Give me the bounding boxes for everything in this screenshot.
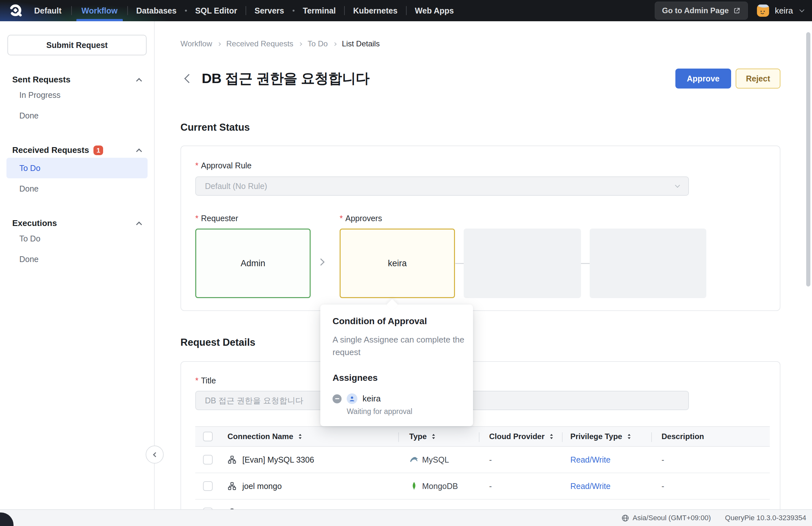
go-to-admin-page-button[interactable]: Go to Admin Page	[655, 2, 748, 20]
chevron-left-icon	[184, 74, 193, 83]
section-title: Received Requests	[12, 145, 89, 155]
title-actions: Approve Reject	[676, 69, 780, 89]
column-header-description: Description	[651, 432, 770, 441]
approver-placeholder-box	[464, 228, 581, 298]
connection-name[interactable]: joel mongo	[242, 482, 281, 491]
approver-name: keira	[388, 258, 407, 269]
description-value: -	[662, 455, 664, 465]
timezone-label: Asia/Seoul (GMT+09:00)	[633, 514, 711, 522]
nav-tab-sql-editor[interactable]: SQL Editor	[187, 0, 246, 21]
required-mark: *	[195, 161, 199, 170]
nav-tab-databases[interactable]: Databases	[128, 0, 185, 21]
approval-rule-select[interactable]: Default (No Rule)	[195, 176, 689, 196]
sidebar-item-executions-done[interactable]: Done	[0, 249, 154, 269]
nav-tab-kubernetes[interactable]: Kubernetes	[345, 0, 406, 21]
external-link-icon	[734, 7, 740, 14]
nav-left-group: Default Workflow Databases SQL Editor Se…	[0, 0, 462, 21]
assignee-status: Waiting for approval	[347, 407, 461, 416]
column-header-type[interactable]: Type	[398, 432, 479, 441]
assignee-row: keira	[333, 393, 461, 404]
nav-tab-servers[interactable]: Servers	[246, 0, 293, 21]
requester-name: Admin	[241, 258, 265, 269]
required-mark: *	[195, 376, 199, 385]
cloud-provider-value: -	[489, 455, 492, 465]
request-details-card: *Title DB 접근 권한을 요청합니다 Connection Name T…	[180, 361, 780, 526]
approve-button[interactable]: Approve	[676, 69, 731, 89]
page-title: DB 접근 권한을 요청합니다	[202, 69, 369, 88]
chevron-down-icon	[675, 182, 680, 188]
table-header-row: Connection Name Type Cloud Provider Priv…	[195, 426, 770, 447]
nav-tab-terminal[interactable]: Terminal	[294, 0, 344, 21]
sidebar-item-sent-in-progress[interactable]: In Progress	[0, 85, 154, 105]
column-header-cloud-provider[interactable]: Cloud Provider	[479, 432, 562, 441]
title-value: DB 접근 권한을 요청합니다	[205, 395, 304, 406]
select-all-checkbox[interactable]	[203, 432, 213, 441]
sidebar-item-received-done[interactable]: Done	[0, 178, 154, 199]
section-title: Executions	[12, 218, 57, 228]
sidebar-section-executions[interactable]: Executions	[0, 218, 154, 228]
nav-right-group: Go to Admin Page keira	[655, 2, 812, 20]
popover-title: Condition of Approval	[333, 316, 461, 327]
requester-box: Admin	[195, 228, 310, 298]
top-nav: Default Workflow Databases SQL Editor Se…	[0, 0, 812, 21]
breadcrumb-to-do[interactable]: To Do	[307, 39, 328, 48]
header-divider	[651, 432, 652, 442]
main-content: Workflow Received Requests To Do List De…	[155, 21, 812, 526]
connection-name[interactable]: [Evan] MySQL 3306	[242, 455, 314, 465]
sidebar-item-sent-done[interactable]: Done	[0, 105, 154, 126]
waiting-status-icon	[333, 394, 342, 403]
approval-rule-value: Default (No Rule)	[205, 182, 267, 191]
approval-rule-label: *Approval Rule	[195, 161, 252, 170]
approval-condition-popover: Condition of Approval A single Assignee …	[320, 304, 473, 426]
user-name: keira	[775, 6, 793, 16]
approver-box-keira[interactable]: keira	[339, 228, 455, 298]
breadcrumb-received-requests[interactable]: Received Requests	[226, 39, 293, 48]
sidebar-item-executions-todo[interactable]: To Do	[0, 228, 154, 249]
breadcrumb-separator-icon	[333, 42, 336, 46]
current-status-heading: Current Status	[180, 122, 250, 133]
row-checkbox[interactable]	[203, 481, 213, 491]
user-menu[interactable]: keira	[756, 4, 803, 17]
approver-placeholder-box	[590, 228, 706, 298]
page-title-row: DB 접근 권한을 요청합니다 Approve Reject	[186, 67, 780, 90]
nav-tab-web-apps[interactable]: Web Apps	[407, 0, 462, 21]
table-row: joel mongo MongoDB - Read/Write -	[195, 473, 770, 500]
person-icon	[347, 393, 357, 404]
column-header-connection-name[interactable]: Connection Name	[220, 432, 398, 441]
header-divider	[479, 432, 479, 442]
nav-tab-workflow[interactable]: Workflow	[72, 0, 127, 21]
popover-description: A single Assignee can complete the reque…	[333, 333, 471, 359]
breadcrumb-separator-icon	[299, 42, 302, 46]
breadcrumb: Workflow Received Requests To Do List De…	[180, 39, 380, 48]
vertical-scrollbar[interactable]	[806, 32, 810, 286]
connection-hierarchy-icon	[228, 482, 236, 491]
flow-connector-line	[581, 263, 590, 264]
column-header-privilege-type[interactable]: Privilege Type	[562, 432, 651, 441]
privilege-link[interactable]: Read/Write	[570, 455, 611, 465]
flow-connector-line	[455, 263, 464, 264]
querypie-logo-icon[interactable]	[9, 3, 23, 18]
sidebar-section-received-requests[interactable]: Received Requests 1	[0, 145, 154, 155]
reject-button[interactable]: Reject	[736, 69, 780, 89]
sidebar-item-received-todo[interactable]: To Do	[6, 158, 148, 178]
org-selector[interactable]: Default	[32, 0, 71, 21]
app-version: QueryPie 10.3.0-3239354	[725, 514, 806, 522]
required-mark: *	[339, 214, 343, 223]
title-label: *Title	[195, 376, 216, 385]
breadcrumb-workflow[interactable]: Workflow	[180, 39, 212, 48]
chevron-down-icon	[799, 7, 804, 12]
back-button[interactable]	[186, 75, 192, 82]
assignees-heading: Assignees	[333, 373, 461, 383]
sidebar-collapse-button[interactable]	[146, 446, 164, 464]
timezone-selector[interactable]: Asia/Seoul (GMT+09:00)	[621, 514, 711, 522]
breadcrumb-separator-icon	[218, 42, 221, 46]
admin-button-label: Go to Admin Page	[662, 6, 729, 15]
chevron-left-icon	[153, 452, 158, 457]
sidebar-section-sent-requests[interactable]: Sent Requests	[0, 75, 154, 85]
chevron-right-icon	[318, 259, 323, 266]
row-checkbox[interactable]	[203, 455, 213, 465]
connection-hierarchy-icon	[228, 455, 236, 464]
header-divider	[562, 432, 563, 442]
privilege-link[interactable]: Read/Write	[570, 482, 611, 491]
submit-request-button[interactable]: Submit Request	[8, 35, 147, 55]
